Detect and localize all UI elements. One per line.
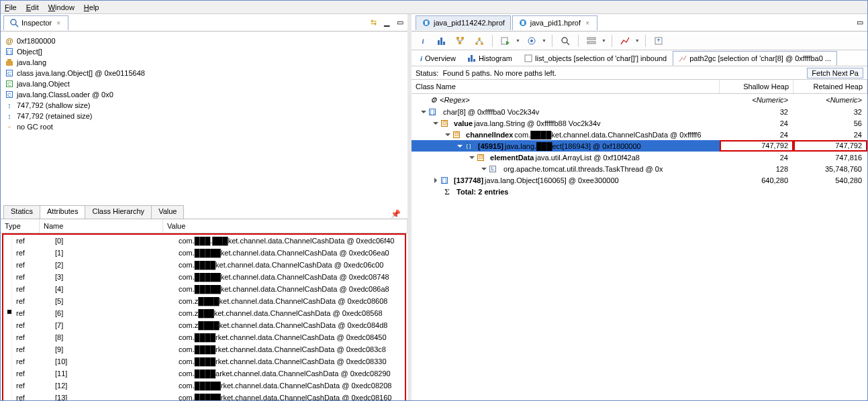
attr-row[interactable]: ref[12]com.█████rket.channel.data.Channe… xyxy=(3,380,405,392)
attr-row[interactable]: ref[6]com.z███ket.channel.data.ChannelCa… xyxy=(3,307,405,319)
subnav-listobj[interactable]: list_objects [selection of 'char[]'] inb… xyxy=(518,51,673,66)
subtab-attributes[interactable]: Attributes xyxy=(40,205,85,219)
val-icon: ⊡ xyxy=(440,119,449,128)
attr-row[interactable]: ref[7]com.z████ket.channel.data.ChannelC… xyxy=(3,319,405,331)
attr-row[interactable]: ref[4]com.█████ket.channel.data.ChannelC… xyxy=(3,283,405,295)
dropdown-icon[interactable]: ▼ xyxy=(601,38,606,43)
dropdown-icon[interactable]: ▼ xyxy=(635,38,640,43)
dropdown-icon[interactable]: ▼ xyxy=(542,38,546,43)
val-icon: ⊡ xyxy=(452,130,461,139)
dropdown-icon[interactable]: ▼ xyxy=(516,38,520,43)
close-icon[interactable]: × xyxy=(583,19,591,27)
inspector-item[interactable]: ↕747,792 (retained size) xyxy=(5,111,403,121)
subnav-histogram[interactable]: Histogram xyxy=(462,51,518,66)
filter-row[interactable]: ⚙ <Regex> <Numeric> <Numeric> xyxy=(412,94,867,106)
path-row[interactable]: [ ] [45915] java.lang.███ect[186943] @ 0… xyxy=(412,140,867,152)
svg-rect-8 xyxy=(438,40,440,45)
thread-icon[interactable] xyxy=(524,34,539,48)
path-row[interactable]: [ ] [137748] java.lang.Object[160065] @ … xyxy=(412,174,867,186)
hprof-icon xyxy=(518,18,528,27)
col-shallow[interactable]: Shallow Heap xyxy=(720,80,793,93)
inspector-item[interactable]: Cclass java.lang.Object[] @ 0xe0115648 xyxy=(5,68,403,78)
col-classname[interactable]: Class Name xyxy=(412,80,720,93)
status-bar: Status: Found 5 paths. No more paths lef… xyxy=(412,66,867,80)
attr-row[interactable]: ref[3]com.█████ket.channel.data.ChannelC… xyxy=(3,271,405,283)
tree-icon[interactable] xyxy=(453,34,468,48)
path-row[interactable]: ⊡ channelIndex com.████ket.channel.data.… xyxy=(412,129,867,140)
menu-edit[interactable]: Edit xyxy=(26,3,39,11)
val-icon: ⊡ xyxy=(476,153,485,162)
inspector-item[interactable]: Cjava.lang.Object xyxy=(5,78,403,89)
svg-rect-23 xyxy=(587,38,595,40)
attr-row[interactable]: ref[5]com.z████ket.channel.data.ChannelC… xyxy=(3,295,405,307)
path-row[interactable]: ⊡ value java.lang.String @ 0xfffffb88 Vo… xyxy=(412,117,867,129)
attr-row[interactable]: ref[0]com.███.███ket.channel.data.Channe… xyxy=(3,235,405,247)
close-icon[interactable]: × xyxy=(54,19,62,27)
left-pane: Inspector × ⇆ ▁ ▭ @0xf1800000[ ]Object[]… xyxy=(1,14,412,400)
run-query-icon[interactable] xyxy=(498,34,513,48)
menubar: File Edit Window Help xyxy=(1,1,867,14)
attr-row[interactable]: ref[1]com.█████ket.channel.data.ChannelC… xyxy=(3,247,405,259)
clsg-icon: C xyxy=(5,79,14,89)
attr-row[interactable]: ref[9]com.████rket.channel.data.ChannelC… xyxy=(3,343,405,355)
right-subnav: iOverview Histogram list_objects [select… xyxy=(412,50,867,66)
editor-tab-0[interactable]: java_pid114242.hprof xyxy=(416,15,511,30)
col-value[interactable]: Value xyxy=(163,219,407,233)
col-retained[interactable]: Retained Heap xyxy=(793,80,867,93)
svg-rect-2 xyxy=(6,61,13,66)
right-pane: java_pid114242.hprof java_pid1.hprof × ▭… xyxy=(412,14,867,400)
path-row[interactable]: Σ Total: 2 entries xyxy=(412,186,867,197)
subtab-classhier[interactable]: Class Hierarchy xyxy=(85,205,152,219)
inspector-item[interactable]: java.lang xyxy=(5,57,403,68)
editor-tab-1-label: java_pid1.hprof xyxy=(530,19,581,27)
subnav-path2gc[interactable]: path2gc [selection of 'char[8] @ 0xffffb… xyxy=(673,51,837,66)
subtab-value[interactable]: Value xyxy=(151,205,184,219)
col-name[interactable]: Name xyxy=(40,219,163,233)
inspector-item[interactable]: ↕747,792 (shallow size) xyxy=(5,100,403,111)
inspector-item[interactable]: Cjava.lang.ClassLoader @ 0x0 xyxy=(5,89,403,100)
search-icon[interactable] xyxy=(558,34,573,48)
menu-file[interactable]: File xyxy=(5,3,17,11)
subnav-overview[interactable]: iOverview xyxy=(414,51,462,66)
group-icon[interactable] xyxy=(584,34,599,48)
svg-rect-13 xyxy=(459,42,461,44)
dominator-icon[interactable] xyxy=(472,34,487,48)
inspector-item[interactable]: ◦no GC root xyxy=(5,121,403,132)
attr-row[interactable]: ref[8]com.████rket.channel.data.ChannelC… xyxy=(3,331,405,343)
maximize-icon[interactable]: ▭ xyxy=(395,18,405,27)
attr-row[interactable]: ref[13]com.█████rket.channel.data.Channe… xyxy=(3,392,405,401)
attr-row[interactable]: ref[2]com.████ket.channel.data.ChannelCa… xyxy=(3,259,405,271)
inspector-item[interactable]: [ ]Object[] xyxy=(5,46,403,57)
editor-tab-1[interactable]: java_pid1.hprof × xyxy=(512,15,597,30)
sz-icon: ↕ xyxy=(5,111,14,121)
svg-rect-3 xyxy=(7,59,11,61)
inspector-item[interactable]: @0xf1800000 xyxy=(5,36,403,46)
maximize-icon[interactable]: ▭ xyxy=(855,18,865,27)
pin-icon[interactable]: 📌 xyxy=(391,209,405,219)
status-text: Found 5 paths. No more paths left. xyxy=(442,69,556,77)
svg-point-16 xyxy=(481,42,483,45)
svg-rect-12 xyxy=(461,37,464,40)
menu-window[interactable]: Window xyxy=(48,3,75,11)
attributes-table: ref[0]com.███.███ket.channel.data.Channe… xyxy=(2,233,406,401)
svg-rect-27 xyxy=(471,55,473,62)
export-icon[interactable] xyxy=(651,34,666,48)
overview-icon[interactable]: i xyxy=(416,34,430,48)
inspector-tab[interactable]: Inspector × xyxy=(3,15,68,30)
path-row[interactable]: [ ] char[8] @ 0xffffba0 Voc2k34v3232 xyxy=(412,106,867,117)
fetch-next-button[interactable]: Fetch Next Pa xyxy=(807,68,863,78)
svg-point-21 xyxy=(562,38,567,43)
attr-row[interactable]: ref[10]com.████rket.channel.data.Channel… xyxy=(3,355,405,367)
inspector-icon xyxy=(9,18,19,27)
path-row[interactable]: L org.apache.tomcat.util.threads.TaskThr… xyxy=(412,163,867,174)
path-row[interactable]: ⊡ elementData java.util.ArrayList @ 0xf1… xyxy=(412,152,867,163)
col-type[interactable]: Type xyxy=(1,219,40,233)
histogram-icon[interactable] xyxy=(434,34,449,48)
subtab-statics[interactable]: Statics xyxy=(3,205,40,219)
minimize-icon[interactable]: ▁ xyxy=(382,18,391,27)
attr-row[interactable]: ref[11]com.████arket.channel.data.Channe… xyxy=(3,367,405,380)
svg-point-15 xyxy=(475,42,478,45)
chart-icon[interactable] xyxy=(618,34,632,48)
menu-help[interactable]: Help xyxy=(84,3,99,11)
sync-icon[interactable]: ⇆ xyxy=(369,18,378,27)
